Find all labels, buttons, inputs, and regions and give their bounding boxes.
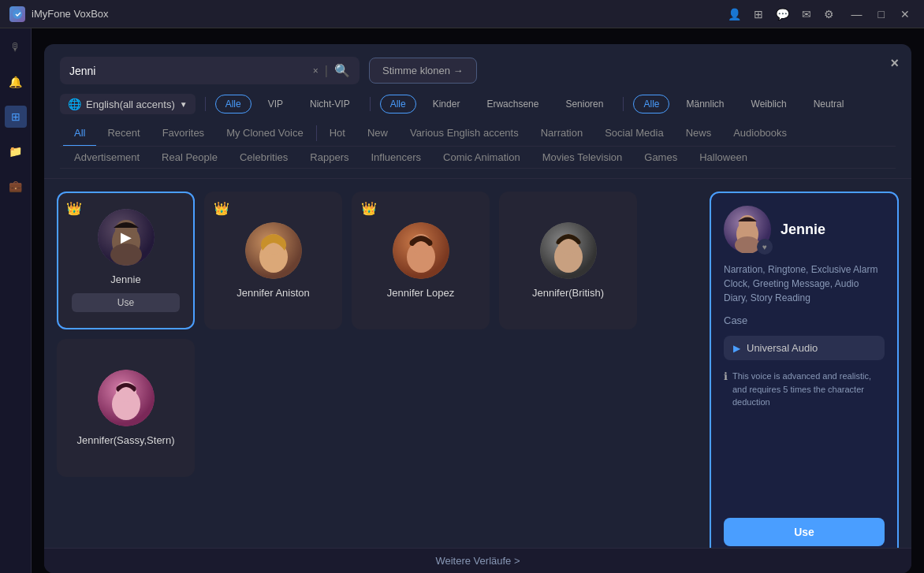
svg-point-0 — [13, 9, 22, 19]
tab-favorites[interactable]: Favorites — [151, 121, 215, 147]
gender-filter-maennlich[interactable]: Männlich — [676, 95, 734, 113]
sidebar: 🎙 🔔 ⊞ 📁 💼 — [0, 28, 32, 573]
age-filter-kinder[interactable]: Kinder — [423, 95, 471, 113]
search-clear-button[interactable]: × — [313, 65, 319, 76]
maximize-button[interactable]: □ — [874, 6, 889, 22]
search-box: × | 🔍 — [60, 57, 360, 84]
play-overlay-jennie: ▶ — [98, 209, 155, 266]
age-filter-erwachsene[interactable]: Erwachsene — [476, 95, 549, 113]
filter-separator-1 — [205, 97, 206, 111]
voice-name-aniston: Jennifer Aniston — [237, 287, 310, 299]
tab-audiobooks[interactable]: Audiobooks — [722, 121, 798, 147]
crown-badge-aniston: 👑 — [214, 201, 229, 216]
app-title: iMyFone VoxBox — [32, 8, 109, 20]
sub-tab-rappers[interactable]: Rappers — [299, 147, 360, 168]
voice-name-lopez: Jennifer Lopez — [387, 287, 454, 299]
voice-avatar-lopez — [393, 222, 449, 279]
use-button-jennie[interactable]: Use — [72, 293, 180, 312]
voice-avatar-british — [540, 222, 597, 279]
voice-card-jennie[interactable]: 👑 — [57, 192, 195, 329]
detail-avatar-wrap: ♥ — [724, 206, 771, 253]
detail-heart-icon[interactable]: ♥ — [757, 239, 773, 255]
voice-avatar-sassy — [98, 370, 155, 426]
grid-icon[interactable]: ⊞ — [754, 8, 763, 20]
app-layout: 🎙 🔔 ⊞ 📁 💼 × × | 🔍 — [0, 28, 924, 573]
settings-icon[interactable]: ⚙ — [824, 8, 834, 20]
age-filter-alle[interactable]: Alle — [380, 95, 416, 113]
globe-icon: 🌐 — [68, 98, 81, 110]
voice-avatar-aniston — [245, 222, 302, 279]
sub-tab-halloween[interactable]: Halloween — [688, 147, 758, 168]
case-label-text: Universal Audio — [747, 342, 818, 354]
tab-various-english[interactable]: Various English accents — [399, 121, 530, 147]
sidebar-icon-briefcase[interactable]: 💼 — [5, 175, 27, 197]
age-filter-senioren[interactable]: Senioren — [555, 95, 613, 113]
chat-icon[interactable]: 💬 — [776, 8, 789, 20]
avatar-img-lopez — [393, 222, 449, 279]
sub-tab-celebrities[interactable]: Celebrities — [229, 147, 299, 168]
detail-header: ♥ Jennie — [724, 206, 885, 253]
tab-recent[interactable]: Recent — [96, 121, 151, 147]
vip-filter-alle[interactable]: Alle — [215, 95, 251, 113]
voice-name-british: Jennifer(British) — [532, 287, 604, 299]
detail-description: Narration, Ringtone, Exclusive Alarm Clo… — [724, 262, 885, 305]
sub-tab-movies-tv[interactable]: Movies Television — [531, 147, 634, 168]
sub-nav: Advertisement Real People Celebrities Ra… — [60, 147, 896, 169]
gender-filter-alle[interactable]: Alle — [633, 95, 669, 113]
voice-card-jennifer-british[interactable]: Jennifer(British) — [499, 192, 637, 329]
tab-narration[interactable]: Narration — [530, 121, 594, 147]
warning-text: This voice is advanced and realistic, an… — [732, 370, 885, 409]
voice-card-jennifer-lopez[interactable]: 👑 — [352, 192, 490, 329]
tab-my-cloned-voice[interactable]: My Cloned Voice — [215, 121, 315, 147]
sub-tab-comic-animation[interactable]: Comic Animation — [432, 147, 531, 168]
case-option-universal[interactable]: ▶ Universal Audio — [724, 336, 885, 360]
language-label: English(all accents) — [86, 99, 175, 110]
tab-all[interactable]: All — [63, 121, 96, 147]
search-input[interactable] — [69, 65, 307, 77]
chevron-down-icon: ▼ — [180, 100, 188, 109]
gender-filter-neutral[interactable]: Neutral — [803, 95, 855, 113]
language-selector[interactable]: 🌐 English(all accents) ▼ — [60, 94, 196, 114]
sub-tab-games[interactable]: Games — [633, 147, 688, 168]
search-row: × | 🔍 Stimme klonen → — [60, 57, 896, 84]
tab-hot[interactable]: Hot — [319, 121, 356, 147]
tab-social-media[interactable]: Social Media — [594, 121, 674, 147]
avatar-img-sassy — [98, 370, 155, 426]
tab-news[interactable]: News — [675, 121, 723, 147]
avatar-img-british — [540, 222, 597, 279]
close-button[interactable]: ✕ — [896, 6, 915, 22]
window-controls: — □ ✕ — [847, 6, 915, 22]
sidebar-icon-mic[interactable]: 🎙 — [5, 36, 27, 58]
user-icon[interactable]: 👤 — [728, 8, 741, 20]
sub-tab-advertisement[interactable]: Advertisement — [63, 147, 151, 168]
filter-separator-2 — [370, 97, 371, 111]
sub-tab-influencers[interactable]: Influencers — [360, 147, 432, 168]
sidebar-icon-folder[interactable]: 📁 — [5, 140, 27, 162]
sidebar-icon-bell[interactable]: 🔔 — [5, 71, 27, 93]
nav-tabs: All Recent Favorites My Cloned Voice Hot… — [60, 121, 896, 147]
content-area: 👑 — [44, 179, 911, 573]
bottom-bar-text: Weitere Verläufe > — [435, 555, 520, 567]
sidebar-icon-layers[interactable]: ⊞ — [5, 106, 27, 128]
modal-header: × | 🔍 Stimme klonen → 🌐 English(all acce… — [44, 44, 911, 179]
mail-icon[interactable]: ✉ — [802, 8, 811, 20]
voice-card-jennifer-aniston[interactable]: 👑 — [204, 192, 342, 329]
voice-name-sassy: Jennifer(Sassy,Stern) — [76, 434, 174, 446]
modal-close-button[interactable]: × — [890, 55, 899, 72]
title-bar-right: 👤 ⊞ 💬 ✉ ⚙ — □ ✕ — [728, 6, 915, 22]
vip-filter-vip[interactable]: VIP — [258, 95, 293, 113]
case-play-icon: ▶ — [733, 343, 740, 354]
clone-voice-button[interactable]: Stimme klonen → — [369, 58, 477, 84]
sub-tab-real-people[interactable]: Real People — [151, 147, 229, 168]
detail-use-button[interactable]: Use — [724, 518, 885, 546]
voice-avatar-jennie: ▶ — [98, 209, 155, 266]
minimize-button[interactable]: — — [847, 6, 867, 22]
voice-card-jennifer-sassy[interactable]: Jennifer(Sassy,Stern) — [57, 339, 195, 477]
bottom-bar[interactable]: Weitere Verläufe > — [44, 548, 911, 573]
gender-filter-weiblich[interactable]: Weiblich — [741, 95, 797, 113]
voice-picker-modal: × × | 🔍 Stimme klonen → — [44, 44, 911, 573]
vip-filter-nicht-vip[interactable]: Nicht-VIP — [300, 95, 360, 113]
search-icon[interactable]: 🔍 — [334, 63, 350, 78]
detail-panel: ♥ Jennie Narration, Ringtone, Exclusive … — [710, 192, 899, 560]
tab-new[interactable]: New — [356, 121, 399, 147]
